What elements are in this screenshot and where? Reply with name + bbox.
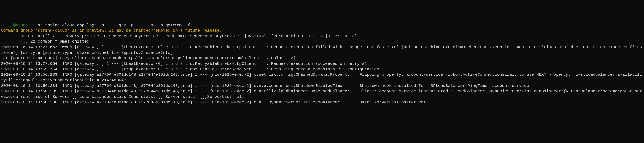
log-line: ... 22 common frames omitted: [1, 39, 643, 44]
prompt-tilde: ~: [30, 23, 33, 27]
log-line: 2020-08-16 14:13:56.234 INFO [gateway,a2…: [1, 83, 643, 89]
log-line: 2020-08-16 14:13:56.235 INFO [gateway,a2…: [1, 89, 643, 100]
command-text: az spring-cloud app logs -s qs2 -g s2 -n…: [35, 23, 190, 27]
preview-warning: Command group 'spring-cloud' is in previ…: [1, 28, 643, 33]
prompt-user: @Azure: [1, 23, 28, 27]
log-line: 2020-08-16 14:13:56.233 INFO [gateway,a2…: [1, 72, 643, 83]
log-line: 2020-08-16 14:13:27.664 INFO [gateway,,,…: [1, 61, 643, 67]
prompt-colon: :: [28, 23, 30, 27]
log-line: 2020-08-16 14:13:55.754 INFO [gateway,,,…: [1, 67, 643, 72]
terminal-prompt-line[interactable]: @Azure:~$ az spring-cloud app logs -s qs…: [1, 22, 643, 28]
log-line: 2020-08-16 14:13:27.653 WARN [gateway,,,…: [1, 44, 643, 55]
log-line: at com.netflix.discovery.provider.Discov…: [1, 33, 643, 39]
log-line: at [Source: (com.sun.jersey.client.apach…: [1, 55, 643, 61]
log-line: 2020-08-16 14:13:56.236 INFO [gateway,a2…: [1, 100, 643, 105]
prompt-dollar: $: [33, 23, 35, 27]
